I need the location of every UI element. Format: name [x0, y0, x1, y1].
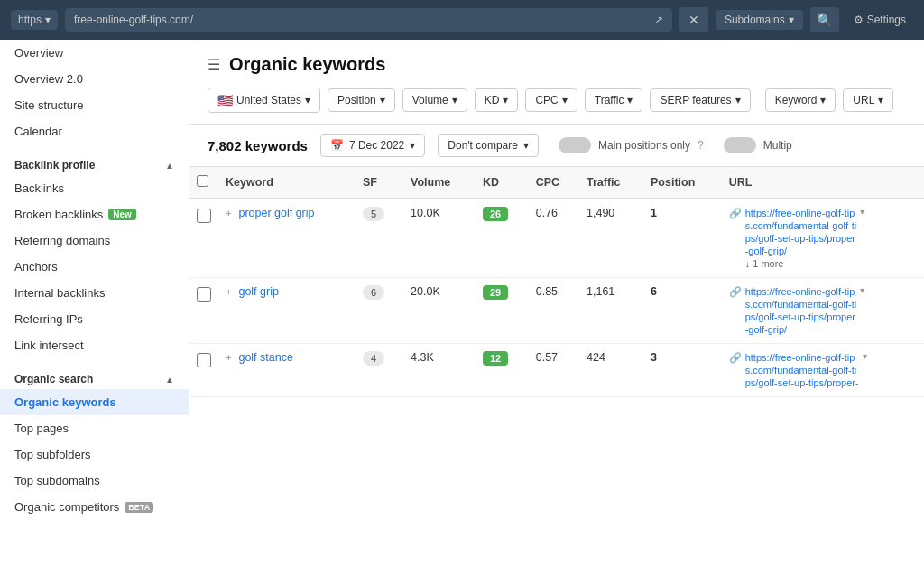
globe-icon: 🔗: [729, 208, 742, 219]
row-checkbox[interactable]: [197, 287, 211, 302]
main-positions-toggle-group: Main positions only ?: [559, 137, 704, 153]
sidebar-item-backlinks[interactable]: Backlinks: [0, 175, 189, 201]
col-header-cpc: CPC: [529, 167, 579, 199]
settings-button[interactable]: ⚙ Settings: [846, 10, 913, 30]
content-header: ☰ Organic keywords 🇺🇸 United States ▾ Po…: [189, 40, 924, 125]
url-collapse-icon[interactable]: ▾: [863, 351, 867, 361]
row-expand-icon[interactable]: +: [226, 286, 231, 297]
protocol-label: https: [18, 14, 42, 26]
keyword-filter[interactable]: Keyword ▾: [765, 88, 836, 112]
sidebar-top-items: Overview Overview 2.0 Site structure Cal…: [0, 40, 189, 144]
sidebar-item-top-pages[interactable]: Top pages: [0, 415, 189, 441]
beta-badge: BETA: [125, 502, 153, 513]
cpc-filter[interactable]: CPC ▾: [525, 88, 577, 112]
compare-chevron: ▾: [523, 139, 529, 152]
hamburger-icon[interactable]: ☰: [208, 56, 220, 73]
traffic-filter[interactable]: Traffic ▾: [585, 88, 643, 112]
sidebar-item-internal-backlinks[interactable]: Internal backlinks: [0, 280, 189, 306]
url-more: ↓ 1 more: [745, 258, 784, 269]
col-header-sf: SF: [356, 167, 403, 199]
help-icon[interactable]: ?: [698, 139, 704, 152]
volume-value: 10.0K: [411, 207, 440, 219]
sidebar-item-referring-domains[interactable]: Referring domains: [0, 227, 189, 254]
globe-icon: 🔗: [729, 352, 742, 364]
url-bar[interactable]: free-online-golf-tips.com/ ↗: [65, 8, 672, 32]
flag-icon: 🇺🇸: [217, 93, 233, 107]
row-expand-icon[interactable]: +: [226, 352, 231, 363]
kd-value: 26: [483, 207, 508, 221]
sidebar-item-referring-ips[interactable]: Referring IPs: [0, 306, 189, 332]
sidebar-item-calendar[interactable]: Calendar: [0, 118, 189, 144]
sf-value: 4: [363, 351, 384, 366]
country-chevron: ▾: [305, 94, 310, 107]
sidebar: Overview Overview 2.0 Site structure Cal…: [0, 40, 189, 566]
top-bar: https ▾ free-online-golf-tips.com/ ↗ ✕ S…: [0, 0, 924, 40]
sidebar-item-link-intersect[interactable]: Link intersect: [0, 332, 189, 358]
url-link[interactable]: https://free-online-golf-tips.com/fundam…: [745, 286, 857, 335]
page-title-row: ☰ Organic keywords: [208, 54, 906, 75]
country-filter[interactable]: 🇺🇸 United States ▾: [208, 88, 320, 113]
sf-value: 5: [363, 207, 384, 221]
row-checkbox[interactable]: [197, 353, 211, 367]
sidebar-item-site-structure[interactable]: Site structure: [0, 92, 189, 118]
sidebar-item-top-subfolders[interactable]: Top subfolders: [0, 441, 189, 468]
url-link[interactable]: https://free-online-golf-tips.com/fundam…: [745, 208, 857, 256]
url-filter[interactable]: URL ▾: [843, 88, 893, 112]
close-button[interactable]: ✕: [679, 7, 708, 32]
sidebar-item-overview[interactable]: Overview: [0, 40, 189, 66]
main-positions-toggle[interactable]: [559, 137, 591, 153]
cpc-value: 0.57: [536, 351, 558, 364]
subdomains-button[interactable]: Subdomains ▾: [716, 10, 803, 30]
cpc-chevron: ▾: [562, 94, 568, 107]
select-all-checkbox[interactable]: [197, 175, 208, 187]
multiple-toggle[interactable]: [724, 137, 756, 153]
external-link-icon: ↗: [654, 14, 663, 26]
kd-value: 12: [483, 351, 508, 366]
keyword-chevron: ▾: [820, 94, 826, 107]
col-header-volume: Volume: [403, 167, 476, 199]
url-collapse-icon[interactable]: ▾: [860, 285, 864, 295]
kd-filter[interactable]: KD ▾: [475, 88, 519, 112]
keyword-label: Keyword: [775, 94, 818, 107]
settings-label: Settings: [867, 14, 906, 26]
volume-chevron: ▾: [452, 94, 457, 107]
sidebar-item-anchors[interactable]: Anchors: [0, 254, 189, 280]
position-chevron: ▾: [380, 94, 385, 107]
protocol-chevron: ▾: [45, 14, 51, 26]
row-expand-icon[interactable]: +: [226, 208, 231, 218]
volume-filter[interactable]: Volume ▾: [402, 88, 467, 112]
sf-value: 6: [363, 285, 384, 300]
table-row: + proper golf grip 5 10.0K 26 0.76 1,490…: [189, 199, 924, 278]
volume-value: 20.0K: [411, 285, 440, 298]
keyword-link[interactable]: golf stance: [238, 351, 292, 364]
date-chevron: ▾: [410, 139, 415, 152]
url-link[interactable]: https://free-online-golf-tips.com/fundam…: [745, 352, 859, 388]
sidebar-item-top-subdomains[interactable]: Top subdomains: [0, 468, 189, 494]
sidebar-item-organic-keywords[interactable]: Organic keywords: [0, 389, 189, 415]
sidebar-item-overview2[interactable]: Overview 2.0: [0, 66, 189, 92]
cpc-value: 0.76: [536, 207, 558, 219]
sidebar-item-broken-backlinks[interactable]: Broken backlinks New: [0, 201, 189, 227]
serp-filter[interactable]: SERP features ▾: [650, 88, 750, 112]
chevron-up-icon: ▲: [165, 161, 174, 171]
main-layout: Overview Overview 2.0 Site structure Cal…: [0, 40, 924, 566]
keyword-link[interactable]: golf grip: [238, 285, 278, 298]
search-button[interactable]: 🔍: [810, 7, 839, 32]
keyword-link[interactable]: proper golf grip: [238, 207, 314, 219]
kd-value: 29: [483, 285, 508, 300]
url-collapse-icon[interactable]: ▾: [860, 207, 864, 217]
table-row: + golf stance 4 4.3K 12 0.57 424 3 🔗 htt…: [189, 344, 924, 397]
traffic-label: Traffic: [595, 94, 624, 107]
table-row: + golf grip 6 20.0K 29 0.85 1,161 6 🔗 ht…: [189, 278, 924, 344]
gear-icon: ⚙: [854, 14, 864, 26]
col-header-keyword: Keyword: [218, 167, 356, 199]
row-checkbox[interactable]: [197, 209, 211, 223]
compare-button[interactable]: Don't compare ▾: [438, 134, 539, 157]
date-button[interactable]: 📅 7 Dec 2022 ▾: [320, 134, 425, 157]
kd-label: KD: [485, 94, 500, 107]
sidebar-item-organic-competitors[interactable]: Organic competitors BETA: [0, 494, 189, 520]
protocol-button[interactable]: https ▾: [11, 10, 58, 30]
country-label: United States: [236, 94, 301, 107]
cpc-value: 0.85: [536, 285, 558, 298]
position-filter[interactable]: Position ▾: [328, 88, 395, 112]
